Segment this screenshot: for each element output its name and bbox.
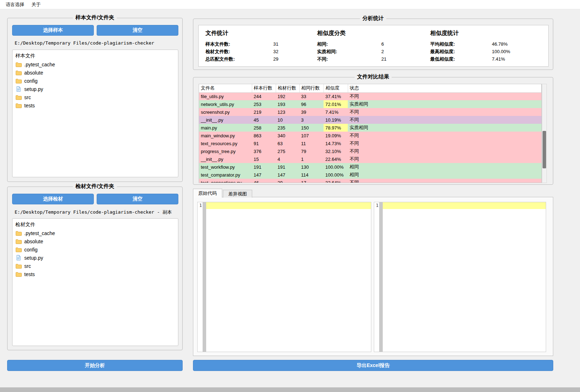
cell-similarity: 22.64% (324, 155, 348, 163)
stat-label: 最低相似度: (430, 56, 492, 62)
stat-value: 31 (273, 41, 278, 47)
evidence-code-content[interactable] (383, 202, 546, 352)
stat-row: 总匹配文件数: 29 (205, 55, 278, 63)
cell-similarity: 78.97% (324, 124, 348, 132)
result-row[interactable]: screenshot.py 219 123 39 7.41% 不同 (199, 108, 541, 116)
cell-status: 不同 (348, 92, 541, 100)
file-icon (15, 255, 22, 260)
tree-item-label: config (24, 78, 37, 84)
result-row[interactable]: test_comparator.py 147 147 114 100.00% 相… (199, 171, 541, 179)
menu-item-about[interactable]: 关于 (28, 0, 44, 9)
cell-same-lines: 79 (299, 147, 324, 155)
evidence-code-editor[interactable]: 1 (374, 202, 546, 352)
cell-similarity: 72.01% (324, 100, 348, 108)
cell-evidence-lines: 191 (276, 163, 299, 171)
tab-source-code[interactable]: 原始代码 (193, 189, 222, 198)
highlighted-line (383, 202, 546, 209)
result-row[interactable]: test_workflow.py 191 191 130 100.00% 相同 (199, 163, 541, 171)
sample-code-content[interactable] (206, 202, 371, 352)
select-sample-button[interactable]: 选择样本 (12, 25, 94, 36)
evidence-group-title: 检材文件/文件夹 (73, 183, 117, 190)
folder-icon (15, 78, 22, 83)
col-header-status[interactable]: 状态 (348, 84, 541, 92)
stat-label: 样本文件数: (205, 41, 273, 47)
tree-item[interactable]: setup.py (15, 254, 175, 262)
stat-label: 检材文件数: (205, 49, 273, 55)
tree-item-label: config (24, 247, 37, 253)
result-row[interactable]: file_utils.py 244 192 33 37.41% 不同 (199, 92, 541, 100)
cell-sample-lines: 46 (252, 179, 276, 183)
gutter-divider (379, 202, 383, 352)
results-scrollbar-thumb[interactable] (543, 131, 546, 168)
cell-filename: __init__.py (199, 116, 252, 124)
cell-similarity: 14.73% (324, 139, 348, 147)
stat-row: 平均相似度: 46.78% (430, 40, 510, 48)
cell-same-lines: 11 (299, 139, 324, 147)
stat-label: 最高相似度: (430, 49, 492, 55)
result-row[interactable]: test_connections.py 46 29 17 32.64% 不同 (199, 179, 541, 183)
cell-sample-lines: 45 (252, 116, 276, 124)
result-row-selected[interactable]: __init__.py 45 10 3 10.19% 不同 (199, 116, 541, 124)
col-header-evidence-lines[interactable]: 检材行数 (276, 84, 299, 92)
tab-diff-view[interactable]: 差异视图 (223, 190, 252, 198)
cell-filename: progress_tree.py (199, 147, 252, 155)
sample-code-editor[interactable]: 1 (197, 202, 371, 352)
result-row[interactable]: network_utils.py 253 193 96 72.01% 实质相同 (199, 100, 541, 108)
tree-item[interactable]: absolute (15, 237, 175, 245)
results-scrollbar[interactable] (542, 84, 547, 183)
menu-item-language[interactable]: 语言选择 (2, 0, 28, 9)
result-row[interactable]: main.py 258 235 150 78.97% 实质相同 (199, 124, 541, 132)
cell-sample-lines: 253 (252, 100, 276, 108)
classification-title: 相似度分类 (317, 30, 386, 37)
result-row[interactable]: __init__.py 15 4 1 22.64% 不同 (199, 155, 541, 163)
tree-item[interactable]: config (15, 77, 175, 85)
col-header-sample-lines[interactable]: 样本行数 (252, 84, 276, 92)
cell-same-lines: 33 (299, 92, 324, 100)
sample-files-group: 样本文件/文件夹 选择样本 清空 E:/Desktop/Temporary Fi… (7, 18, 183, 182)
result-row[interactable]: text_resources.py 91 63 11 14.73% 不同 (199, 139, 541, 147)
clear-sample-button[interactable]: 清空 (97, 25, 178, 36)
col-header-filename[interactable]: 文件名 (199, 84, 252, 92)
tree-item-label: setup.py (24, 86, 43, 92)
start-analysis-button[interactable]: 开始分析 (7, 360, 183, 371)
stat-value: 2 (381, 49, 386, 54)
select-evidence-button[interactable]: 选择检材 (12, 194, 94, 204)
cell-similarity: 10.19% (324, 116, 348, 124)
cell-evidence-lines: 235 (276, 124, 299, 132)
cell-filename: test_comparator.py (199, 171, 252, 179)
stat-row: 不同: 21 (317, 55, 386, 63)
stat-value: 46.78% (492, 41, 510, 47)
file-stats-title: 文件统计 (205, 30, 278, 37)
clear-evidence-button[interactable]: 清空 (97, 194, 178, 204)
tree-item[interactable]: src (15, 93, 175, 101)
tree-item[interactable]: tests (15, 270, 175, 278)
cell-evidence-lines: 340 (276, 132, 299, 139)
cell-filename: network_utils.py (199, 100, 252, 108)
tree-item-label: .pytest_cache (24, 230, 55, 236)
export-excel-button[interactable]: 导出Excel报告 (193, 360, 553, 371)
result-row[interactable]: main_window.py 863 340 107 19.09% 不同 (199, 132, 541, 139)
tree-item[interactable]: .pytest_cache (15, 60, 175, 68)
tree-item[interactable]: tests (15, 101, 175, 110)
stat-value: 21 (381, 56, 386, 62)
tree-item-label: tests (24, 271, 35, 277)
tree-item-label: absolute (24, 239, 43, 244)
cell-sample-lines: 376 (252, 147, 276, 155)
col-header-same-lines[interactable]: 相同行数 (299, 84, 324, 92)
cell-same-lines: 114 (299, 171, 324, 179)
cell-same-lines: 1 (299, 155, 324, 163)
cell-filename: file_utils.py (199, 92, 252, 100)
tree-item[interactable]: .pytest_cache (15, 229, 175, 237)
cell-status: 相同 (348, 171, 541, 179)
sample-tree-header: 样本文件 (15, 52, 175, 60)
col-header-similarity[interactable]: 相似度 (324, 84, 348, 92)
tree-item[interactable]: config (15, 245, 175, 254)
tree-item[interactable]: absolute (15, 68, 175, 77)
tree-item[interactable]: setup.py (15, 85, 175, 93)
menu-bar: 语言选择 关于 (0, 0, 580, 9)
result-row[interactable]: progress_tree.py 376 275 79 32.10% 不同 (199, 147, 541, 155)
evidence-files-group: 检材文件/文件夹 选择检材 清空 E:/Desktop/Temporary Fi… (7, 187, 183, 350)
cell-status: 不同 (348, 179, 541, 183)
stat-value: 29 (273, 56, 278, 62)
tree-item[interactable]: src (15, 262, 175, 270)
